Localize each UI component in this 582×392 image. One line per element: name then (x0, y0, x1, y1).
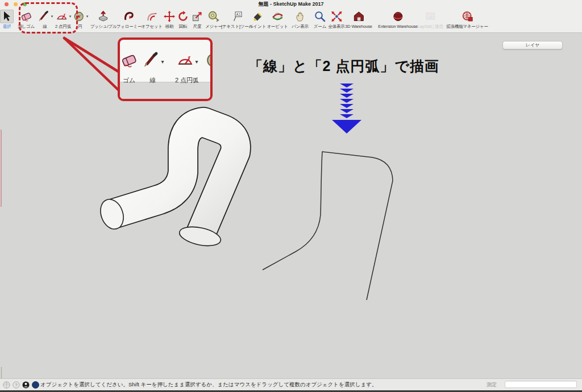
zoom-extents-icon (330, 10, 343, 23)
annotation-callout: ゴム▾線▾2 点円弧円 (118, 37, 213, 101)
callout-tool-label: 2 点円弧 (175, 76, 199, 85)
chevron-down-icon[interactable]: ▾ (86, 14, 89, 19)
offset-icon (145, 10, 159, 23)
tool-label: オフセット (141, 24, 162, 30)
tool-zoom[interactable]: ズーム (313, 9, 327, 30)
tool-label: オービット (267, 24, 288, 30)
statusbar: ? オブジェクトを選択してください。Shift キーを押したまま選択するか、また… (0, 378, 582, 390)
tool-label: [テキスト]ツール (221, 24, 253, 30)
svg-text:?: ? (15, 382, 18, 387)
eraser-icon (120, 51, 138, 72)
layout-icon (423, 10, 437, 23)
annotation-heading: 「線」と「2 点円弧」で描画 (248, 57, 439, 76)
annotation-arrow (332, 84, 361, 134)
big-down-arrow-icon (332, 120, 361, 134)
annotation-dashed-rect (19, 2, 78, 34)
tool-label: ズーム (313, 24, 327, 30)
tool-pushpull[interactable]: プッシュ/プル (90, 9, 117, 30)
tool-select[interactable]: 選択 (0, 9, 14, 30)
credits-icon[interactable]: ? (13, 381, 20, 391)
extension-warehouse-icon (391, 10, 405, 23)
statusbar-icons: ? (3, 381, 39, 391)
tool-scale[interactable]: 尺度 (190, 9, 204, 30)
text-tool-icon: A1 (230, 10, 244, 23)
callout-tool-label: 線 (142, 76, 164, 85)
tool-label: プッシュ/プル (90, 24, 117, 30)
tool-text[interactable]: A1[テキスト]ツール (221, 9, 253, 30)
tool-label: 拡張機能マネージャー (446, 24, 488, 30)
callout-tool-円: 円 (205, 50, 213, 85)
2d-path-drawing[interactable] (263, 152, 393, 300)
tool-label: 回転 (176, 24, 190, 30)
callout-tool-2 点円弧: ▾2 点円弧 (175, 50, 199, 85)
extension-manager-icon (460, 10, 474, 23)
svg-text:A1: A1 (236, 12, 241, 16)
small-down-arrow-icon (340, 84, 354, 87)
titlebar: 無題 - SketchUp Make 2017 (0, 0, 582, 8)
tool-rotate[interactable]: 回転 (176, 9, 190, 30)
move-icon (163, 10, 176, 23)
callout-tool-線: ▾線 (142, 50, 164, 85)
chevron-down-icon: ▾ (161, 59, 164, 65)
tool-extwarehouse[interactable]: Extension Warehouse (378, 9, 417, 29)
tool-followme[interactable]: フォローミー (117, 9, 142, 30)
account-icon[interactable] (22, 381, 30, 391)
chevron-down-icon: ▾ (195, 59, 198, 65)
measurement-label: 測定 (487, 379, 497, 390)
tool-label: ペイント (249, 24, 266, 30)
tool-label: メジャー (205, 24, 222, 30)
callout-tool-ゴム: ゴム (120, 50, 138, 85)
pan-icon (293, 10, 307, 23)
small-down-arrow-icon (340, 99, 354, 103)
tool-paint[interactable]: ペイント (249, 9, 266, 30)
warehouse-icon (352, 10, 365, 23)
window-title: 無題 - SketchUp Make 2017 (0, 0, 582, 9)
small-down-arrow-icon (340, 94, 354, 98)
tool-orbit[interactable]: オービット (267, 9, 288, 30)
paint-icon (251, 10, 264, 23)
tool-offset[interactable]: オフセット (141, 9, 162, 30)
tool-move[interactable]: 移動 (163, 9, 176, 30)
pushpull-icon (97, 10, 110, 23)
tool-label: フォローミー (117, 24, 142, 30)
small-down-arrow-icon (340, 104, 354, 108)
select-icon (0, 10, 14, 23)
small-down-arrow-icon (340, 114, 354, 118)
tool-label: Extension Warehouse (378, 24, 417, 29)
tool-label: 移動 (163, 24, 176, 30)
callout-tool-label: ゴム (120, 76, 138, 85)
layers-tray-button[interactable]: レイヤ (502, 41, 563, 49)
status-dot-icon[interactable] (32, 381, 39, 391)
small-down-arrow-icon (340, 109, 354, 113)
tool-label: 尺度 (190, 24, 204, 30)
tool-label: 3D Warehouse (345, 24, 372, 29)
tape-measure-icon (207, 10, 221, 23)
status-message: オブジェクトを選択してください。Shift キーを押したまま選択するか、またはマ… (40, 379, 377, 390)
tool-measure[interactable]: メジャー (205, 9, 222, 30)
orbit-icon (271, 10, 284, 23)
measurement-input[interactable] (505, 381, 577, 388)
tool-label: 選択 (0, 24, 14, 30)
circle-icon (205, 51, 213, 72)
tool-extmgr[interactable]: 拡張機能マネージャー (446, 9, 488, 30)
sketchup-window: 無題 - SketchUp Make 2017 選択消しゴム▾線▾2 点円弧▾円… (0, 0, 582, 392)
callout-tool-label: 円 (205, 76, 213, 85)
tool-label: 全体表示 (328, 24, 344, 30)
tool-label: LayOutに送信 (417, 24, 443, 30)
tool-zoomext[interactable]: 全体表示 (328, 9, 344, 30)
scale-icon (190, 10, 204, 23)
rotate-icon (176, 10, 190, 23)
tool-warehouse3d[interactable]: 3D Warehouse (345, 9, 372, 29)
main-toolbar: 選択消しゴム▾線▾2 点円弧▾円プッシュ/プルフォローミーオフセット移動回転尺度… (0, 8, 582, 33)
followme-icon (122, 10, 136, 23)
tool-label: パン表示 (292, 24, 309, 30)
line-icon (142, 51, 160, 72)
zoom-icon (313, 10, 327, 23)
small-down-arrow-icon (340, 89, 354, 93)
geolocation-icon[interactable] (3, 381, 10, 391)
arc-icon (176, 51, 194, 72)
3d-tube-model[interactable] (97, 122, 236, 249)
tool-layout: LayOutに送信 (417, 9, 443, 30)
tool-pan[interactable]: パン表示 (292, 9, 309, 30)
